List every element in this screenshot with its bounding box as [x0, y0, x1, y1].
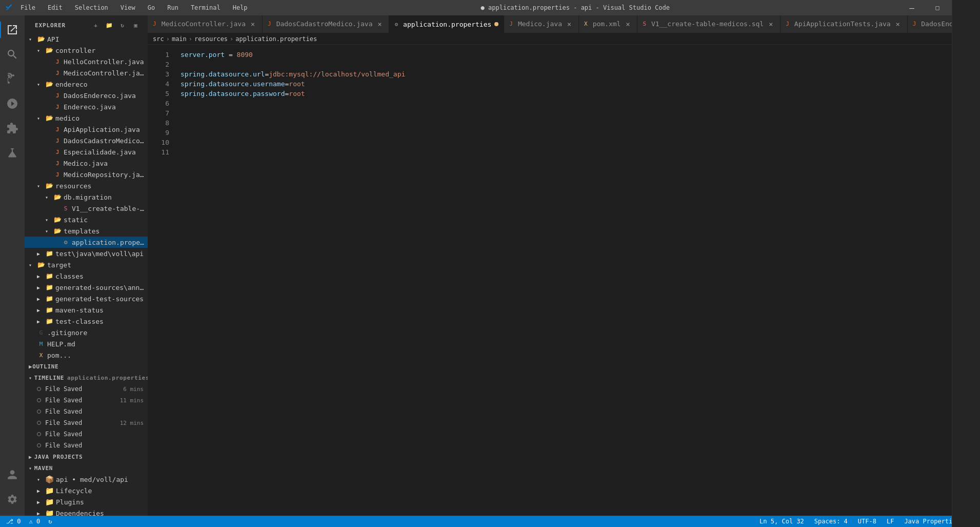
- tree-item-controller[interactable]: ▾📂controller: [25, 45, 148, 56]
- tab-close-MedicoController[interactable]: ×: [249, 20, 257, 28]
- tab-application.properties[interactable]: ⚙application.properties: [389, 15, 504, 33]
- code-line-4[interactable]: spring.datasource.username=root: [173, 79, 980, 89]
- tab-Medico[interactable]: JMedico.java×: [504, 15, 579, 33]
- tab-close-pom.xml[interactable]: ×: [624, 20, 632, 28]
- timeline-section-header[interactable]: ▾ TIMELINE application.properties: [25, 372, 148, 383]
- tree-item-resources[interactable]: ▾📂resources: [25, 180, 148, 191]
- tree-item-generated-test-sources[interactable]: ▶📁generated-test-sources: [25, 293, 148, 304]
- tree-item-Especialidade[interactable]: JEspecialidade.java: [25, 146, 148, 158]
- menu-bar[interactable]: File Edit Selection View Go Run Terminal…: [17, 3, 251, 12]
- tree-item-classes[interactable]: ▶📁classes: [25, 270, 148, 282]
- menu-edit[interactable]: Edit: [45, 3, 66, 12]
- tree-item-target[interactable]: ▾📂target: [25, 259, 148, 270]
- maven-item-0[interactable]: ▾📦api • med/voll/api: [25, 474, 148, 485]
- cursor-position[interactable]: Ln 5, Col 32: [757, 518, 806, 525]
- menu-view[interactable]: View: [117, 3, 138, 12]
- code-line-2[interactable]: [173, 60, 980, 69]
- tab-V1_create-table[interactable]: SV1__create-table-medicos.sql×: [637, 15, 781, 33]
- tab-ApiApplicationTests[interactable]: JApiApplicationTests.java×: [781, 15, 907, 33]
- tree-item-V1_create-table-medicos[interactable]: SV1__create-table-medicos.sql: [25, 203, 148, 214]
- testing-icon[interactable]: [0, 141, 25, 165]
- timeline-item[interactable]: File Saved: [25, 406, 148, 417]
- code-line-9[interactable]: [173, 128, 980, 138]
- menu-help[interactable]: Help: [230, 3, 251, 12]
- tree-item-maven-status[interactable]: ▶📁maven-status: [25, 304, 148, 316]
- indentation[interactable]: Spaces: 4: [812, 518, 850, 525]
- tree-item-api[interactable]: ▾📂API: [25, 33, 148, 45]
- tree-item-MedicoRepository[interactable]: JMedicoRepository.java: [25, 169, 148, 180]
- menu-file[interactable]: File: [17, 3, 38, 12]
- breadcrumb-part-3[interactable]: application.properties: [235, 35, 317, 43]
- outline-section-header[interactable]: ▶ OUTLINE: [25, 361, 148, 372]
- tree-item-DadosEndereco[interactable]: JDadosEndereco.java: [25, 90, 148, 101]
- tree-item-Medico[interactable]: JMedico.java: [25, 158, 148, 169]
- code-line-8[interactable]: [173, 118, 980, 128]
- code-line-1[interactable]: server.port = 8090: [173, 50, 980, 60]
- tree-item-test-classes[interactable]: ▶📁test-classes: [25, 316, 148, 327]
- source-control-status[interactable]: ⎇ 0: [4, 518, 23, 525]
- tab-MedicoController[interactable]: JMedicoController.java×: [148, 15, 263, 33]
- tab-pom.xml[interactable]: Xpom.xml×: [579, 15, 637, 33]
- problems-status[interactable]: ⚠ 0: [27, 518, 42, 525]
- menu-terminal[interactable]: Terminal: [188, 3, 224, 12]
- menu-run[interactable]: Run: [164, 3, 182, 12]
- accounts-icon[interactable]: [0, 462, 25, 487]
- tab-DadosCadastroMedico[interactable]: JDadosCadastroMedico.java×: [263, 15, 389, 33]
- tree-item-test[interactable]: ▶📁test\java\med\voll\api: [25, 248, 148, 259]
- minimize-button[interactable]: —: [900, 0, 924, 15]
- code-editor[interactable]: server.port = 8090 spring.datasource.url…: [173, 45, 980, 516]
- code-line-3[interactable]: spring.datasource.url=jdbc:mysql://local…: [173, 69, 980, 79]
- sync-status[interactable]: ↻: [46, 518, 54, 525]
- tree-item-application.properties[interactable]: ⚙application.properties: [25, 237, 148, 248]
- tree-item-pom-file[interactable]: Xpom...: [25, 349, 148, 361]
- timeline-item[interactable]: File Saved: [25, 428, 148, 440]
- settings-icon[interactable]: [0, 487, 25, 512]
- maximize-button[interactable]: □: [926, 0, 949, 15]
- tree-item-templates[interactable]: ▾📂templates: [25, 225, 148, 237]
- explorer-icon[interactable]: [0, 17, 25, 42]
- encoding[interactable]: UTF-8: [856, 518, 878, 525]
- tree-item-db.migration[interactable]: ▾📂db.migration: [25, 191, 148, 203]
- code-line-10[interactable]: [173, 138, 980, 147]
- tree-item-DadosCadastroMedico[interactable]: JDadosCadastroMedico.java: [25, 135, 148, 146]
- tree-item-MedicoController[interactable]: JMedicoController.java: [25, 67, 148, 79]
- refresh-button[interactable]: ↻: [117, 20, 128, 31]
- new-folder-button[interactable]: 📁: [104, 20, 115, 31]
- tree-item-Endereco[interactable]: JEndereco.java: [25, 101, 148, 112]
- timeline-item[interactable]: File Saved11 mins: [25, 395, 148, 406]
- tree-item-.gitignore[interactable]: G.gitignore: [25, 327, 148, 338]
- breadcrumb-part-2[interactable]: resources: [194, 35, 228, 43]
- minimap-scrollbar[interactable]: [952, 45, 980, 516]
- new-file-button[interactable]: +: [90, 20, 102, 31]
- breadcrumb-part-1[interactable]: main: [172, 35, 187, 43]
- tree-item-generated-sources[interactable]: ▶📁generated-sources\annotations: [25, 282, 148, 293]
- menu-go[interactable]: Go: [145, 3, 158, 12]
- tree-item-ApiApplication[interactable]: JApiApplication.java: [25, 124, 148, 135]
- maven-item-2[interactable]: ▶📁Plugins: [25, 496, 148, 508]
- code-line-11[interactable]: [173, 147, 980, 157]
- menu-selection[interactable]: Selection: [72, 3, 111, 12]
- maven-item-3[interactable]: ▶📁Dependencies: [25, 508, 148, 516]
- tab-close-DadosCadastroMedico[interactable]: ×: [375, 20, 384, 28]
- tree-item-HELP.md[interactable]: MHELP.md: [25, 338, 148, 349]
- maven-item-1[interactable]: ▶📁Lifecycle: [25, 485, 148, 496]
- breadcrumb-part-0[interactable]: src: [153, 35, 164, 43]
- timeline-item[interactable]: File Saved12 mins: [25, 417, 148, 428]
- tab-close-Medico[interactable]: ×: [565, 20, 573, 28]
- tree-item-HelloController[interactable]: JHelloController.java: [25, 56, 148, 67]
- extensions-icon[interactable]: [0, 116, 25, 141]
- run-debug-icon[interactable]: [0, 91, 25, 116]
- tab-close-ApiApplicationTests[interactable]: ×: [894, 20, 902, 28]
- code-line-7[interactable]: [173, 108, 980, 118]
- tab-close-V1_create-table[interactable]: ×: [767, 20, 775, 28]
- timeline-item[interactable]: File Saved6 mins: [25, 383, 148, 395]
- timeline-item[interactable]: File Saved: [25, 440, 148, 451]
- source-control-icon[interactable]: [0, 67, 25, 91]
- code-line-6[interactable]: [173, 99, 980, 108]
- tree-item-medico[interactable]: ▾📂medico: [25, 112, 148, 124]
- search-icon[interactable]: [0, 42, 25, 67]
- maven-section-header[interactable]: ▾ MAVEN: [25, 462, 148, 474]
- code-line-5[interactable]: spring.datasource.password=root: [173, 89, 980, 99]
- tree-item-endereco[interactable]: ▾📂endereco: [25, 79, 148, 90]
- java-projects-header[interactable]: ▶ JAVA PROJECTS: [25, 451, 148, 462]
